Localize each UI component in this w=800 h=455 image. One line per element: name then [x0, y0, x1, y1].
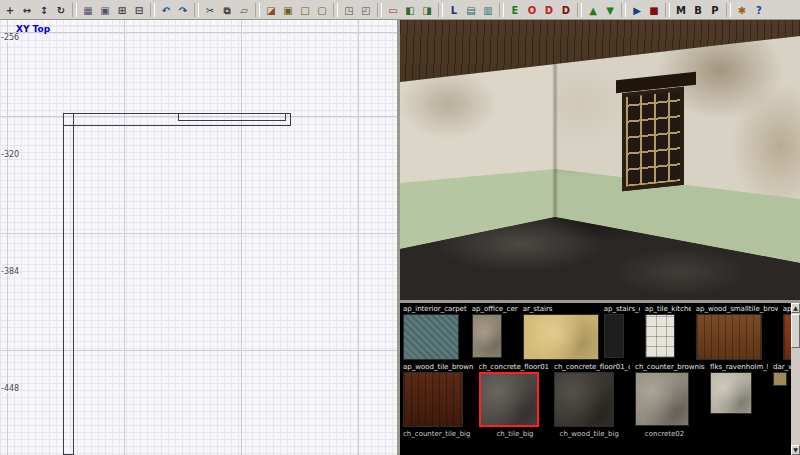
texture-item[interactable]: flks_ravenholm_factory_damaged01 — [710, 363, 768, 414]
texture-item[interactable]: ap_stairs_edge — [604, 305, 640, 358]
snap-to-grid-icon[interactable]: ▣ — [97, 2, 113, 18]
toolbar-separator — [333, 3, 338, 17]
texture-name: ap_wood_tile_brown — [403, 363, 474, 372]
detail-mode-icon[interactable]: D — [558, 2, 574, 18]
toolbar-separator — [726, 3, 731, 17]
texture-rows: ap_interior_carpetap_office_ceramicar_st… — [403, 305, 788, 427]
texture-thumbnail[interactable] — [604, 314, 624, 358]
cordon-bounds-icon[interactable]: ▭ — [385, 2, 401, 18]
toolbar-separator — [150, 3, 155, 17]
texture-thumbnail[interactable] — [635, 372, 689, 426]
texture-item[interactable]: ch_counter_brownish — [635, 363, 705, 426]
toolbar-separator — [194, 3, 199, 17]
hide-selected-icon[interactable]: ◳ — [341, 2, 357, 18]
texture-name: ap_office_ceramic — [472, 305, 518, 314]
toolbar-separator — [499, 3, 504, 17]
texture-thumbnail[interactable] — [696, 314, 762, 360]
toolbar: +↔↕↻▦▣⊞⊟↶↷✂⧉▱◪▣□▢◳◰▭◧◨L▤▥EODD▲▼▶■MBP✱? — [0, 0, 800, 20]
prefab-browser-icon[interactable]: P — [707, 2, 723, 18]
texture-item[interactable]: ch_concrete_floor01 — [479, 363, 550, 427]
move-vertical-icon[interactable]: ↕ — [36, 2, 52, 18]
move-selection-down-icon[interactable]: ▼ — [602, 2, 618, 18]
texture-thumbnail[interactable] — [403, 372, 463, 427]
texture-name: flks_ravenholm_factory_damaged01 — [710, 363, 768, 372]
stop-compile-icon[interactable]: ■ — [646, 2, 662, 18]
texture-thumbnail[interactable] — [554, 372, 614, 427]
toolbar-separator — [665, 3, 670, 17]
texture-lock-icon[interactable]: L — [446, 2, 462, 18]
texture-name: ap_wood_smalltile_brown — [696, 305, 778, 314]
run-map-icon[interactable]: ▶ — [629, 2, 645, 18]
ruler-label: -448 — [1, 384, 19, 393]
select-inside-icon[interactable]: ◨ — [419, 2, 435, 18]
toolbar-separator — [621, 3, 626, 17]
ignore-groups-icon[interactable]: ▢ — [314, 2, 330, 18]
group-icon[interactable]: ▣ — [280, 2, 296, 18]
scroll-down-icon[interactable]: ▼ — [791, 445, 800, 455]
ruler-label: -256 — [1, 33, 19, 42]
view-3d[interactable] — [400, 20, 800, 300]
texture-thumbnail[interactable] — [645, 314, 675, 358]
texture-thumbnail[interactable] — [523, 314, 599, 360]
entity-gallery-icon[interactable]: O — [524, 2, 540, 18]
texture-thumbnail[interactable] — [710, 372, 752, 414]
brush-wall-left[interactable] — [63, 113, 74, 455]
texture-name: ar_stairs — [523, 305, 599, 314]
show-all-icon[interactable]: ◰ — [358, 2, 374, 18]
texture-item[interactable]: ap_wood_tile_brown — [403, 363, 474, 427]
texture-thumbnail[interactable] — [773, 372, 787, 386]
toolbar-separator — [72, 3, 77, 17]
smaller-grid-icon[interactable]: ⊟ — [131, 2, 147, 18]
texture-thumbnail-selected[interactable] — [479, 372, 539, 427]
ruler-label: -384 — [1, 267, 19, 276]
redo-icon[interactable]: ↷ — [175, 2, 191, 18]
scroll-up-icon[interactable]: ▲ — [791, 303, 800, 313]
texture-item[interactable]: ar_stairs — [523, 305, 599, 360]
model-browser-icon[interactable]: M — [673, 2, 689, 18]
move-selection-up-icon[interactable]: ▲ — [585, 2, 601, 18]
apply-current-texture-icon[interactable]: ▥ — [480, 2, 496, 18]
texture-name: ch_concrete_floor01_dar — [554, 363, 630, 372]
select-touching-icon[interactable]: ◧ — [402, 2, 418, 18]
toolbar-separator — [438, 3, 443, 17]
brush-window[interactable] — [178, 113, 286, 121]
selection-tool-icon[interactable]: + — [2, 2, 18, 18]
hammer-editor-window: +↔↕↻▦▣⊞⊟↶↷✂⧉▱◪▣□▢◳◰▭◧◨L▤▥EODD▲▼▶■MBP✱? X… — [0, 0, 800, 455]
displacement-mode-icon[interactable]: D — [541, 2, 557, 18]
texture-scrollbar[interactable]: ▲ ▼ — [791, 303, 800, 455]
texture-name: ch_counter_brownish — [635, 363, 705, 372]
view-2d[interactable]: XY Top -256-320-384-448 — [0, 20, 397, 455]
move-horizontal-icon[interactable]: ↔ — [19, 2, 35, 18]
texture-thumbnail[interactable] — [472, 314, 502, 358]
texture-thumbnail[interactable] — [403, 314, 459, 360]
texture-application-icon[interactable]: ▤ — [463, 2, 479, 18]
sound-browser-icon[interactable]: B — [690, 2, 706, 18]
texture-item[interactable]: ap_wood_smalltile_brown — [696, 305, 778, 360]
texture-item[interactable]: ap_tile_kitchen — [645, 305, 691, 358]
rotate-view-icon[interactable]: ↻ — [53, 2, 69, 18]
copy-icon[interactable]: ⧉ — [219, 2, 235, 18]
texture-item[interactable]: ap_interior_carpet — [403, 305, 467, 360]
paste-icon[interactable]: ▱ — [236, 2, 252, 18]
ungroup-icon[interactable]: □ — [297, 2, 313, 18]
toggle-grid-icon[interactable]: ▦ — [80, 2, 96, 18]
texture-browser: ap_interior_carpetap_office_ceramicar_st… — [400, 303, 800, 455]
compile-tools-icon[interactable]: ✱ — [734, 2, 750, 18]
entity-report-icon[interactable]: E — [507, 2, 523, 18]
texture-name: ap_tile_kitchen — [645, 305, 691, 314]
help-icon[interactable]: ? — [751, 2, 767, 18]
undo-icon[interactable]: ↶ — [158, 2, 174, 18]
cut-icon[interactable]: ✂ — [202, 2, 218, 18]
texture-item[interactable]: ch_concrete_floor01_dar — [554, 363, 630, 427]
texture-partial-labels: ch_counter_tile_bigch_tile_bigch_wood_ti… — [403, 430, 788, 439]
texture-item[interactable]: ap_office_ceramic — [472, 305, 518, 358]
texture-name: ap_stairs_edge — [604, 305, 640, 314]
toolbar-separator — [255, 3, 260, 17]
window-with-bars — [622, 87, 684, 192]
scroll-thumb[interactable] — [791, 314, 800, 348]
room-corner-shadow — [552, 64, 558, 217]
ruler-label: -320 — [1, 150, 19, 159]
view-2d-label: XY Top — [16, 24, 50, 34]
carve-icon[interactable]: ◪ — [263, 2, 279, 18]
larger-grid-icon[interactable]: ⊞ — [114, 2, 130, 18]
